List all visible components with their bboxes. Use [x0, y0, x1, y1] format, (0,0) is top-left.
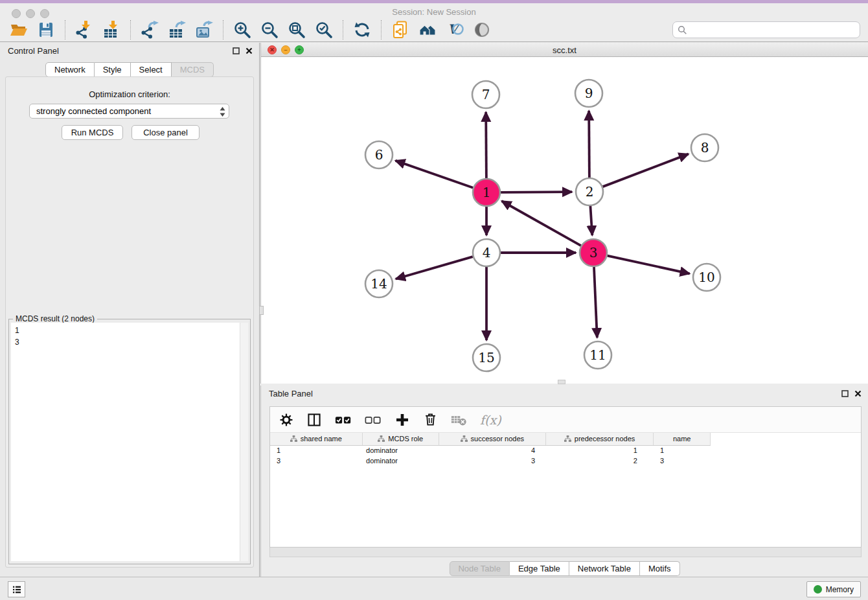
graph-edge-2-3[interactable] [590, 206, 592, 235]
open-folder-icon [10, 21, 28, 39]
tab-edge-table[interactable]: Edge Table [510, 561, 569, 576]
window-title: Session: New Session [0, 7, 868, 17]
tab-node-table[interactable]: Node Table [449, 561, 510, 576]
graph-node-label-8: 8 [701, 140, 709, 156]
close-panel-icon[interactable] [854, 390, 862, 397]
refresh-layout-button[interactable] [352, 20, 372, 40]
tab-motifs[interactable]: Motifs [640, 561, 680, 576]
export-network-button[interactable] [140, 20, 159, 40]
double-home-icon [418, 21, 437, 39]
table-row[interactable]: 3dominator323 [270, 456, 711, 466]
graph-edge-3-1[interactable] [502, 201, 581, 246]
zoom-in-button[interactable] [233, 20, 252, 40]
graph-edge-2-8[interactable] [603, 154, 689, 187]
import-table-button[interactable] [102, 20, 121, 40]
zoom-fit-button[interactable] [287, 20, 306, 40]
deselect-all-icon[interactable] [365, 411, 382, 428]
save-icon [37, 21, 55, 39]
column-header-name[interactable]: name [654, 433, 711, 445]
table-panel-tabs: Node Table Edge Table Network Table Moti… [449, 561, 680, 576]
graph-node-label-3: 3 [589, 245, 598, 260]
splitter-grip-bottom[interactable] [558, 380, 565, 384]
float-panel-icon[interactable] [233, 47, 240, 54]
import-table-icon [102, 21, 120, 39]
network-graph[interactable]: 7968124314101511 [261, 57, 868, 384]
show-columns-icon[interactable] [306, 412, 322, 428]
memory-button[interactable]: Memory [806, 581, 861, 597]
zoom-selected-button[interactable] [314, 20, 334, 40]
column-header-successor-nodes[interactable]: successor nodes [439, 433, 545, 445]
import-network-button[interactable] [74, 20, 94, 40]
tab-mcds[interactable]: MCDS [172, 62, 214, 77]
column-header-predecessor-nodes[interactable]: predecessor nodes [545, 433, 654, 445]
mcds-result-text[interactable]: 1 3 [11, 323, 240, 561]
save-session-button[interactable] [36, 20, 56, 40]
splitter-grip-left[interactable] [259, 306, 264, 315]
table-row[interactable]: 1dominator411 [270, 445, 711, 456]
table-panel-title: Table Panel [269, 389, 313, 398]
zoom-out-button[interactable] [260, 20, 279, 40]
close-panel-button[interactable]: Close panel [131, 125, 200, 140]
column-header-mcds-role[interactable]: MCDS role [362, 433, 439, 445]
export-table-button[interactable] [167, 20, 187, 40]
close-panel-icon[interactable] [246, 47, 253, 54]
graph-node-label-15: 15 [478, 350, 494, 365]
network-title: scc.txt [261, 45, 868, 55]
search-icon [678, 25, 687, 35]
network-titlebar[interactable]: ✕ – + scc.txt [261, 43, 868, 57]
node-table-body: 1dominator4113dominator323 [270, 445, 711, 466]
hierarchy-icon [378, 435, 385, 443]
table-horizontal-scrollbar[interactable] [269, 548, 862, 557]
tab-select[interactable]: Select [131, 62, 172, 77]
control-panel: Control Panel Network Style Select MCDS … [0, 43, 260, 577]
result-scrollbar[interactable] [240, 323, 248, 561]
float-panel-icon[interactable] [841, 390, 849, 397]
control-panel-tabs: Network Style Select MCDS [45, 62, 214, 77]
graph-edge-2-9[interactable] [589, 111, 589, 178]
zoom-in-icon [233, 21, 251, 39]
new-network-from-selection-button[interactable] [391, 20, 410, 40]
graph-edge-3-11[interactable] [594, 267, 597, 338]
list-icon [12, 584, 22, 595]
eye-button[interactable] [472, 20, 492, 40]
toolbar-separator [223, 20, 223, 40]
dropdown-selected-value: strongly connected component [36, 106, 151, 116]
node-table-container: f(x) shared name MCDS role suc [269, 406, 862, 548]
delete-column-trash-icon[interactable] [423, 412, 438, 427]
graph-edge-1-2[interactable] [501, 192, 572, 192]
graph-node-label-9: 9 [585, 86, 593, 101]
graph-node-label-10: 10 [698, 270, 714, 285]
function-builder-icon: f(x) [480, 413, 501, 427]
dropdown-stepper-icon [219, 106, 226, 117]
open-session-button[interactable] [9, 20, 29, 40]
venn-diagram-button[interactable]: V [445, 20, 464, 40]
graph-node-label-2: 2 [586, 184, 594, 200]
hierarchy-icon [290, 435, 297, 443]
column-header-shared-name[interactable]: shared name [270, 433, 362, 445]
tab-network-table[interactable]: Network Table [569, 561, 640, 576]
select-all-icon[interactable] [335, 411, 352, 428]
run-mcds-button[interactable]: Run MCDS [62, 125, 123, 140]
zoom-selected-icon [315, 21, 333, 39]
graph-edge-1-6[interactable] [395, 161, 473, 188]
search-input[interactable] [672, 21, 860, 38]
mcds-result-group: MCDS result (2 nodes) 1 3 [8, 319, 251, 564]
main-titlebar: Session: New Session [0, 3, 868, 18]
mcds-result-title: MCDS result (2 nodes) [13, 314, 97, 323]
toolbar-separator [343, 20, 343, 40]
graph-edge-1-7[interactable] [486, 112, 486, 178]
mcds-tab-content: Optimization criterion: strongly connect… [5, 76, 254, 568]
add-column-icon[interactable] [394, 412, 410, 428]
tab-style[interactable]: Style [95, 62, 131, 77]
graph-edge-3-10[interactable] [607, 256, 689, 274]
optimization-criterion-select[interactable]: strongly connected component [29, 104, 229, 119]
tab-network[interactable]: Network [45, 62, 95, 77]
double-home-button[interactable] [418, 20, 437, 40]
hierarchy-icon [461, 435, 468, 443]
node-table: shared name MCDS role successor nodes pr… [270, 433, 711, 466]
task-history-button[interactable] [8, 581, 25, 597]
export-image-button[interactable] [194, 20, 214, 40]
graph-edge-4-14[interactable] [396, 257, 473, 279]
table-settings-gear-icon[interactable] [279, 413, 293, 427]
graph-node-label-11: 11 [589, 347, 606, 363]
